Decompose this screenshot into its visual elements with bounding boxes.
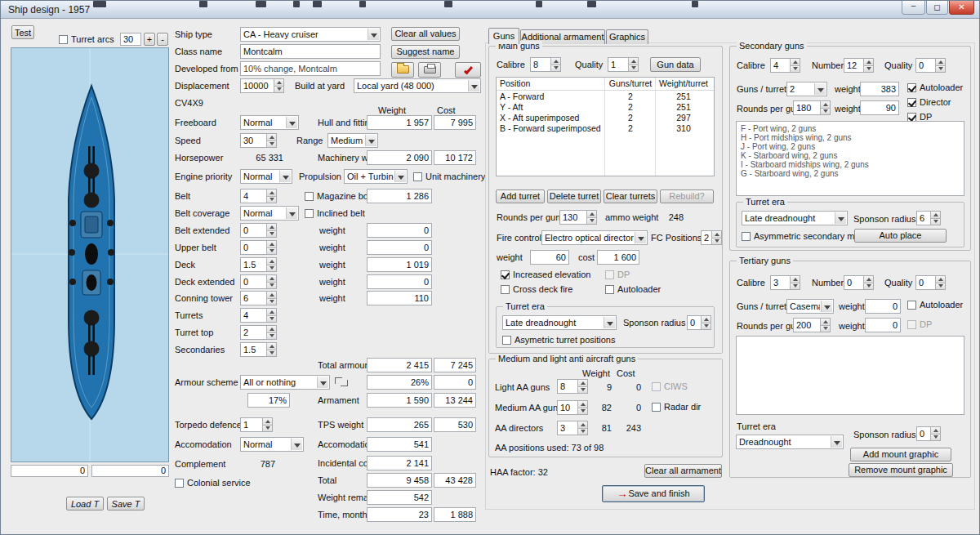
secondary-autoloader-checkbox[interactable]: Autoloader: [907, 82, 963, 92]
spin-up-button[interactable]: [550, 58, 560, 65]
spin-up-button[interactable]: [262, 418, 272, 425]
torpedo-defence-spinner[interactable]: 1: [240, 417, 273, 432]
ship-design-canvas[interactable]: [11, 47, 169, 462]
spin-down-button[interactable]: [266, 140, 276, 148]
spin-up-button[interactable]: [628, 58, 638, 65]
save-template-button[interactable]: Save T: [107, 497, 145, 510]
dropdown-arrow-icon[interactable]: [835, 212, 846, 224]
spin-up-button[interactable]: [586, 211, 596, 217]
main-autoloader-checkbox[interactable]: Autoloader: [605, 284, 661, 294]
upper-belt-spinner[interactable]: 0: [240, 240, 277, 255]
secondary-turret-era-select[interactable]: Late dreadnought: [742, 211, 848, 225]
dropdown-arrow-icon[interactable]: [814, 83, 826, 95]
displacement-spinner[interactable]: 10000: [240, 78, 284, 93]
inclined-belt-checkbox[interactable]: Inclined belt: [305, 208, 365, 218]
dropdown-arrow-icon[interactable]: [368, 29, 379, 40]
secondary-number-spinner[interactable]: 12: [844, 58, 874, 73]
delete-turret-button[interactable]: Delete turret: [547, 189, 601, 203]
tab-graphics[interactable]: Graphics: [606, 29, 648, 44]
main-quality-spinner[interactable]: 1: [608, 57, 639, 72]
suggest-name-button[interactable]: Suggest name: [391, 45, 460, 59]
print-button[interactable]: [418, 62, 441, 78]
clear-all-armament-button[interactable]: Clear all armament: [644, 464, 722, 478]
spin-down-button[interactable]: [550, 65, 560, 72]
spin-up-button[interactable]: [266, 241, 276, 247]
spin-up-button[interactable]: [266, 326, 276, 332]
spin-down-button[interactable]: [863, 65, 873, 73]
secondary-sponson-spinner[interactable]: 6: [916, 211, 941, 225]
spin-up-button[interactable]: [935, 276, 945, 283]
turrets-spinner[interactable]: 4: [240, 308, 277, 323]
spin-down-button[interactable]: [266, 315, 276, 323]
dropdown-arrow-icon[interactable]: [365, 135, 376, 146]
unit-machinery-checkbox[interactable]: Unit machinery: [413, 172, 485, 181]
dropdown-arrow-icon[interactable]: [394, 171, 406, 182]
conning-tower-spinner[interactable]: 6: [240, 291, 277, 305]
spin-down-button[interactable]: [820, 325, 830, 332]
table-row[interactable]: B - Forward superimposed2310: [497, 123, 714, 133]
main-sponson-spinner[interactable]: 0: [687, 315, 711, 330]
spin-up-button[interactable]: [820, 319, 830, 325]
spin-down-button[interactable]: [930, 218, 940, 225]
dropdown-arrow-icon[interactable]: [286, 117, 297, 128]
minimize-button[interactable]: [902, 0, 925, 15]
dropdown-arrow-icon[interactable]: [821, 301, 832, 312]
secondary-calibre-spinner[interactable]: 4: [770, 58, 800, 73]
spin-down-button[interactable]: [628, 65, 638, 72]
dropdown-arrow-icon[interactable]: [291, 439, 302, 450]
table-row[interactable]: Y - Aft2251: [497, 101, 714, 112]
secondaries-spinner[interactable]: 1.5: [240, 342, 277, 357]
accomodation-select[interactable]: Normal: [240, 437, 304, 452]
spin-down-button[interactable]: [790, 283, 800, 290]
spin-down-button[interactable]: [930, 434, 940, 441]
list-item[interactable]: G - Starboard wing, 2 guns: [737, 169, 964, 178]
save-and-finish-button[interactable]: Save and finish: [602, 485, 705, 502]
spin-up-button[interactable]: [711, 231, 721, 238]
spin-down-button[interactable]: [266, 298, 276, 305]
build-at-yard-select[interactable]: Local yard (48 000): [354, 78, 481, 93]
turret-arcs-plus-button[interactable]: +: [144, 33, 155, 46]
magazine-box-checkbox[interactable]: Magazine box: [305, 191, 373, 201]
tertiary-sponson-spinner[interactable]: 0: [916, 426, 941, 441]
main-turret-era-select[interactable]: Late dreadnought: [502, 315, 617, 330]
spin-down-button[interactable]: [820, 108, 830, 115]
secondary-guns-per-turret-select[interactable]: 2: [786, 82, 827, 96]
spin-up-button[interactable]: [930, 212, 940, 218]
spin-down-button[interactable]: [274, 86, 283, 93]
propulsion-select[interactable]: Oil + Turbine: [344, 169, 408, 184]
auto-place-button[interactable]: Auto place: [854, 229, 947, 243]
spin-down-button[interactable]: [266, 247, 276, 255]
ship-type-select[interactable]: CA - Heavy cruiser: [240, 27, 381, 42]
spin-up-button[interactable]: [930, 427, 940, 434]
tertiary-mounts-list[interactable]: [736, 336, 964, 415]
tertiary-guns-per-turret-select[interactable]: Casemat: [786, 299, 834, 314]
turret-arcs-value-field[interactable]: 30: [120, 33, 141, 46]
add-turret-button[interactable]: Add turret: [496, 189, 545, 203]
remove-mount-graphic-button[interactable]: Remove mount graphic: [849, 463, 953, 477]
deck-spinner[interactable]: 1.5: [240, 257, 277, 272]
spin-down-button[interactable]: [266, 196, 276, 203]
cross-deck-fire-checkbox[interactable]: Cross deck fire: [501, 284, 572, 294]
spin-up-button[interactable]: [266, 134, 276, 140]
dropdown-arrow-icon[interactable]: [831, 436, 842, 448]
spin-up-button[interactable]: [863, 59, 873, 65]
secondary-mounts-list[interactable]: F - Port wing, 2 guns H - Port midships …: [736, 121, 964, 196]
spin-up-button[interactable]: [790, 276, 800, 283]
spin-up-button[interactable]: [790, 59, 800, 65]
secondary-rounds-spinner[interactable]: 180: [793, 100, 831, 115]
range-select[interactable]: Medium: [327, 133, 378, 148]
belt-spinner[interactable]: 4: [240, 189, 277, 203]
spin-up-button[interactable]: [266, 189, 276, 196]
engine-priority-select[interactable]: Normal: [240, 169, 292, 184]
tertiary-rounds-spinner[interactable]: 200: [793, 318, 831, 332]
tertiary-number-spinner[interactable]: 0: [844, 275, 874, 290]
list-item[interactable]: F - Port wing, 2 guns: [737, 124, 964, 133]
asymetric-turret-positions-checkbox[interactable]: Asymetric turret positions: [502, 335, 615, 345]
secondary-director-checkbox[interactable]: Director: [907, 97, 951, 107]
main-rounds-spinner[interactable]: 130: [559, 210, 597, 225]
spin-down-button[interactable]: [935, 65, 945, 73]
add-mount-graphic-button[interactable]: Add mount graphic: [850, 448, 951, 461]
titlebar[interactable]: Ship design - 1957: [1, 1, 979, 19]
spin-down-button[interactable]: [935, 283, 945, 290]
spin-up-button[interactable]: [266, 343, 276, 350]
